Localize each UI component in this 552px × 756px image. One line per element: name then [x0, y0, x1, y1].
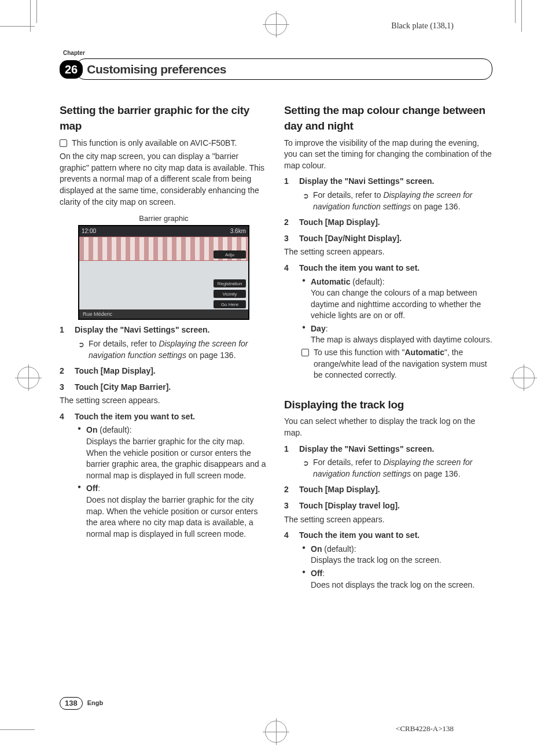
reference-text: For details, refer to Displaying the scr…: [89, 338, 268, 361]
chapter-title: Customising preferences: [87, 62, 226, 76]
chapter-title-pill: Customising preferences: [76, 58, 492, 80]
dn-step-2: 2 Touch [Map Display].: [284, 217, 492, 228]
registration-mark-icon: [513, 367, 535, 389]
tl-option-off-body: Does not displays the track log on the s…: [311, 580, 492, 591]
tl-step-1: 1 Display the "Navi Settings" screen.: [284, 444, 492, 455]
map-distance: 3.6km: [230, 227, 246, 235]
bullet-icon: •: [301, 544, 306, 552]
availability-note: This function is only available on AVIC-…: [60, 138, 268, 149]
step-text: Touch the item you want to set.: [299, 530, 419, 541]
step-number: 1: [284, 444, 292, 455]
bullet-icon: •: [77, 483, 82, 491]
step-1: 1 Display the "Navi Settings" screen.: [60, 324, 268, 336]
registration-mark-icon: [265, 13, 287, 35]
step-text: Display the "Navi Settings" screen.: [299, 176, 434, 187]
reference-arrow-icon: ➲: [301, 191, 310, 201]
step-text: Display the "Navi Settings" screen.: [75, 324, 209, 336]
language-code: Engb: [87, 699, 104, 707]
note-icon: [60, 139, 67, 147]
note-text: To use this function with "Automatic", t…: [314, 347, 492, 381]
map-adjust-button: Adju: [214, 250, 246, 259]
option-off: • Off: Does not display the barrier grap…: [77, 483, 268, 540]
step-text: Touch the item you want to set.: [75, 411, 195, 423]
map-time: 12:00: [82, 227, 96, 235]
tl-option-on-label: On: [311, 544, 322, 554]
step-number: 3: [284, 500, 292, 512]
step-3-result: The setting screen appears.: [60, 395, 268, 407]
step-3: 3 Touch [City Map Barrier].: [60, 382, 268, 393]
document-id: <CRB4228-A>138: [396, 724, 454, 734]
step-text: Touch [Map Display].: [75, 366, 156, 377]
figure-caption: Barrier graphic: [60, 213, 268, 224]
dn-step-1: 1 Display the "Navi Settings" screen.: [284, 176, 492, 187]
dn-step-1-reference: ➲ For details, refer to Displaying the s…: [301, 190, 492, 212]
step-number: 1: [60, 324, 68, 336]
reference-arrow-icon: ➲: [301, 458, 310, 469]
map-street-label: Rue Méderic: [79, 309, 248, 319]
step-number: 4: [284, 263, 292, 274]
option-automatic-body: You can change the colours of a map betw…: [311, 287, 492, 322]
tl-step-3: 3 Touch [Display travel log].: [284, 500, 492, 512]
reference-text: For details, refer to Displaying the scr…: [313, 457, 492, 480]
step-2: 2 Touch [Map Display].: [60, 366, 268, 377]
option-on-label: On: [86, 425, 97, 434]
section-heading-tracklog: Displaying the track log: [284, 397, 492, 413]
step-4: 4 Touch the item you want to set.: [60, 411, 268, 423]
step-text: Touch the item you want to set.: [299, 263, 419, 274]
bullet-icon: •: [301, 323, 306, 331]
bullet-icon: •: [301, 568, 306, 576]
note-text: This function is only available on AVIC-…: [72, 138, 237, 149]
page-footer: 138 Engb: [60, 697, 103, 710]
step-number: 2: [284, 484, 292, 496]
tl-step-2: 2 Touch [Map Display].: [284, 484, 492, 496]
option-off-body: Does not display the barrier graphic for…: [86, 495, 268, 540]
tl-step-3-result: The setting screen appears.: [284, 514, 492, 526]
map-screenshot: 12:00 3.6km Adju Registration Vicinity G…: [78, 225, 249, 320]
chapter-number: 26: [60, 60, 83, 79]
step-text: Touch [Map Display].: [299, 484, 380, 496]
daynight-intro: To improve the visibility of the map dur…: [284, 138, 492, 172]
tl-option-off: • Off: Does not displays the track log o…: [301, 568, 492, 591]
plate-info: Black plate (138,1): [391, 20, 454, 32]
step-number: 2: [284, 217, 292, 228]
chapter-label: Chapter: [63, 49, 492, 57]
map-go-here-button: Go Here: [214, 300, 246, 308]
tl-step-4: 4 Touch the item you want to set.: [284, 530, 492, 541]
tl-option-off-label: Off: [311, 569, 322, 578]
step-number: 3: [60, 382, 68, 393]
option-day: • Day: The map is always displayed with …: [301, 323, 492, 346]
tracklog-intro: You can select whether to display the tr…: [284, 416, 492, 438]
option-on-body-2: When the vehicle position or cursor ente…: [86, 448, 268, 482]
step-number: 3: [284, 233, 292, 245]
option-automatic: • Automatic (default): You can change th…: [301, 276, 492, 322]
step-text: Touch [Day/Night Display].: [299, 233, 402, 245]
intro-paragraph: On the city map screen, you can display …: [60, 151, 268, 208]
option-day-label: Day: [311, 324, 326, 333]
step-number: 2: [60, 366, 68, 377]
dn-step-3: 3 Touch [Day/Night Display].: [284, 233, 492, 245]
section-heading-barrier: Setting the barrier graphic for the city…: [60, 103, 268, 134]
right-column: Setting the map colour change between da…: [284, 103, 492, 592]
content-area: Chapter 26 Customising preferences Setti…: [60, 49, 492, 710]
bullet-icon: •: [301, 276, 306, 285]
dn-step-4: 4 Touch the item you want to set.: [284, 263, 492, 274]
map-vicinity-button: Vicinity: [214, 290, 246, 298]
tl-option-on: • On (default): Displays the track log o…: [301, 544, 492, 566]
step-text: Touch [Display travel log].: [299, 500, 400, 512]
registration-mark-icon: [265, 721, 287, 743]
option-on-body-1: Displays the barrier graphic for the cit…: [86, 436, 268, 448]
section-heading-daynight: Setting the map colour change between da…: [284, 103, 492, 134]
reference-text: For details, refer to Displaying the scr…: [313, 190, 492, 212]
note-icon: [301, 349, 309, 356]
map-registration-button: Registration: [214, 279, 246, 287]
step-number: 4: [60, 411, 68, 423]
option-day-body: The map is always displayed with daytime…: [311, 334, 492, 346]
step-text: Display the "Navi Settings" screen.: [299, 444, 434, 455]
page-number: 138: [60, 697, 83, 710]
reference-arrow-icon: ➲: [77, 340, 85, 350]
step-text: Touch [City Map Barrier].: [75, 382, 171, 393]
step-number: 4: [284, 530, 292, 541]
registration-mark-icon: [17, 367, 39, 389]
option-on: • On (default): Displays the barrier gra…: [77, 425, 268, 481]
option-off-label: Off: [86, 484, 98, 493]
